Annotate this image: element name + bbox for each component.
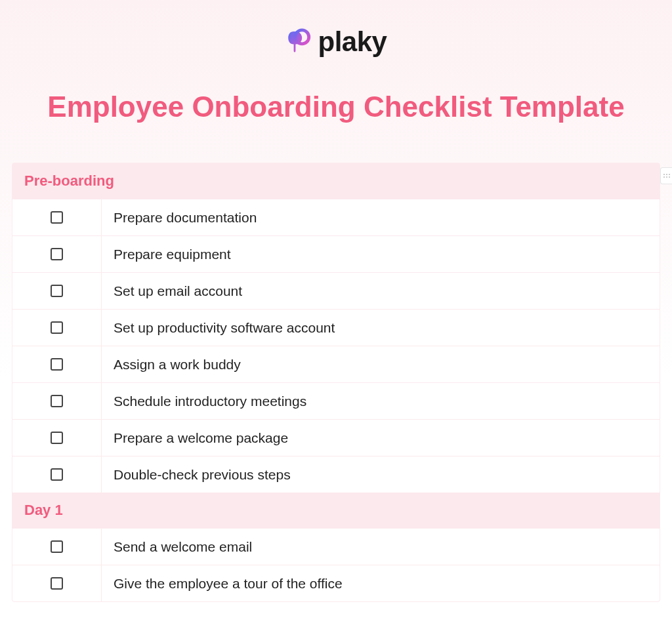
list-item: Schedule introductory meetings [12,382,660,419]
section-header: Pre-boarding [12,163,660,199]
checkbox[interactable] [51,248,63,260]
list-item: Give the employee a tour of the office [12,565,660,601]
item-label: Set up productivity software account [102,311,660,345]
item-label: Schedule introductory meetings [102,384,660,418]
item-label: Prepare a welcome package [102,421,660,455]
checkbox[interactable] [51,577,63,590]
brand-name: plaky [318,26,387,58]
plaky-logo-icon [285,27,313,57]
item-label: Send a welcome email [102,530,660,564]
checkbox-cell [12,420,102,456]
checkbox[interactable] [51,432,63,444]
list-item: Set up email account [12,272,660,309]
item-label: Set up email account [102,274,660,308]
checkbox[interactable] [51,358,63,371]
checklist-container: Pre-boarding Prepare documentation Prepa… [12,163,660,602]
drag-handle-icon[interactable] [660,167,672,184]
page-title: Employee Onboarding Checklist Template [0,91,672,123]
list-item: Send a welcome email [12,528,660,565]
checkbox-cell [12,199,102,235]
list-item: Assign a work buddy [12,346,660,382]
checkbox[interactable] [51,211,63,224]
checkbox[interactable] [51,468,63,481]
checkbox-cell [12,273,102,309]
checkbox[interactable] [51,540,63,553]
list-item: Prepare a welcome package [12,419,660,456]
item-label: Prepare documentation [102,201,660,235]
checkbox-cell [12,310,102,346]
checkbox[interactable] [51,321,63,334]
checkbox-cell [12,456,102,493]
list-item: Double-check previous steps [12,456,660,493]
item-label: Give the employee a tour of the office [102,567,660,601]
checkbox[interactable] [51,395,63,407]
checkbox-cell [12,383,102,419]
list-item: Set up productivity software account [12,309,660,346]
checkbox-cell [12,529,102,565]
list-item: Prepare documentation [12,199,660,235]
item-label: Assign a work buddy [102,348,660,382]
item-label: Double-check previous steps [102,458,660,492]
section-header: Day 1 [12,493,660,528]
logo-area: plaky [0,0,672,77]
checkbox-cell [12,565,102,601]
brand-logo: plaky [285,26,387,58]
item-label: Prepare equipment [102,237,660,272]
checkbox-cell [12,236,102,272]
checkbox-cell [12,346,102,382]
checkbox[interactable] [51,285,63,297]
list-item: Prepare equipment [12,235,660,272]
